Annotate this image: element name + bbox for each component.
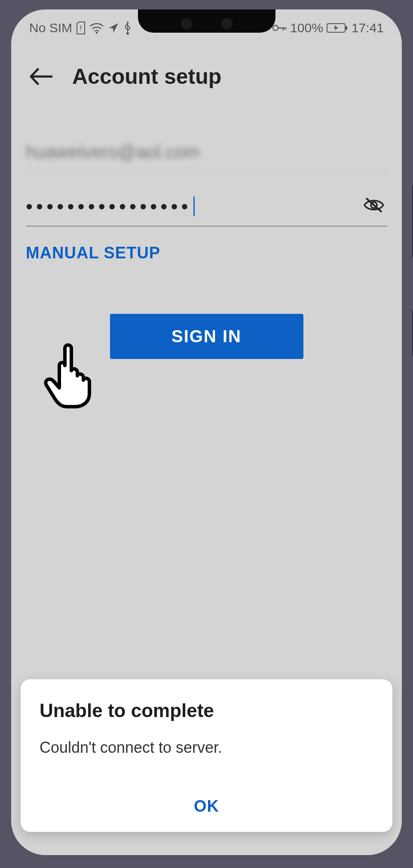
eye-off-icon bbox=[363, 196, 385, 214]
svg-point-3 bbox=[273, 25, 278, 31]
clock-text: 17:41 bbox=[352, 21, 384, 35]
password-value: •••••••••••••••• bbox=[26, 195, 192, 218]
dialog-title: Unable to complete bbox=[40, 700, 373, 721]
svg-text:!: ! bbox=[80, 24, 82, 33]
svg-rect-5 bbox=[346, 26, 347, 30]
error-dialog: Unable to complete Couldn't connect to s… bbox=[21, 679, 392, 832]
page-title: Account setup bbox=[72, 64, 221, 89]
text-cursor bbox=[193, 196, 195, 216]
wifi-icon bbox=[89, 22, 104, 34]
dialog-ok-button[interactable]: OK bbox=[40, 787, 373, 821]
app-bar: Account setup bbox=[11, 46, 402, 107]
back-arrow-icon bbox=[29, 67, 52, 86]
sim-status-text: No SIM bbox=[29, 21, 72, 35]
battery-percent-text: 100% bbox=[290, 21, 323, 35]
back-button[interactable] bbox=[26, 61, 56, 92]
location-icon bbox=[107, 22, 119, 34]
email-field[interactable]: huaweivero@aol.com bbox=[26, 134, 387, 172]
svg-point-1 bbox=[96, 32, 98, 34]
toggle-password-visibility-button[interactable] bbox=[361, 192, 387, 218]
battery-charging-icon bbox=[327, 23, 348, 33]
pointer-hand-icon bbox=[41, 340, 101, 409]
manual-setup-link[interactable]: MANUAL SETUP bbox=[26, 244, 160, 262]
password-field[interactable]: •••••••••••••••• bbox=[26, 184, 356, 226]
sign-in-button[interactable]: SIGN IN bbox=[110, 314, 303, 359]
dialog-message: Couldn't connect to server. bbox=[40, 739, 373, 757]
usb-icon bbox=[123, 21, 132, 35]
vpn-key-icon bbox=[272, 24, 287, 32]
svg-point-2 bbox=[126, 32, 129, 35]
password-field-row: •••••••••••••••• bbox=[26, 184, 387, 227]
sim-alert-icon: ! bbox=[76, 21, 86, 34]
device-notch bbox=[138, 9, 275, 33]
